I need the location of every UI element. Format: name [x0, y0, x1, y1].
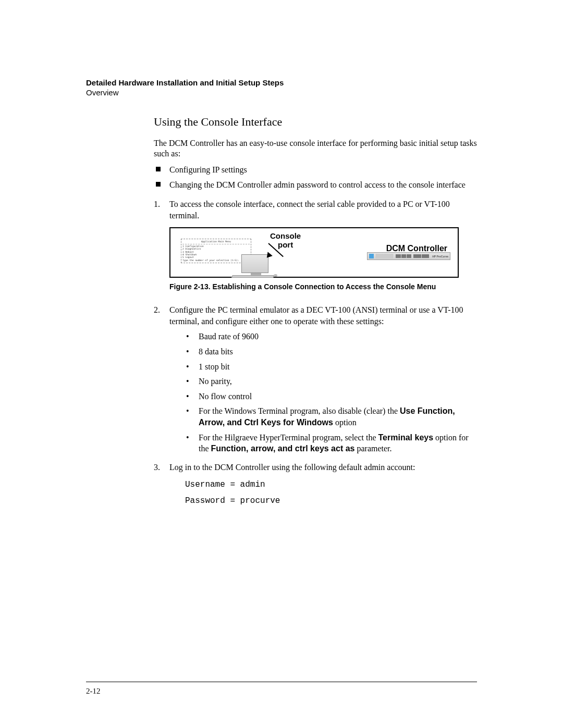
- list-item: For the Hilgraeve HyperTerminal program,…: [185, 432, 477, 454]
- bold-option: Terminal keys: [378, 433, 434, 442]
- content-area: Using the Console Interface The DCM Cont…: [154, 115, 477, 509]
- list-item: 8 data bits: [185, 346, 477, 357]
- page: Detailed Hardware Installation and Initi…: [0, 0, 563, 728]
- password-line: Password = procurve: [185, 493, 477, 509]
- text: For the Windows Terminal program, also d…: [199, 406, 400, 415]
- list-item: 1 stop bit: [185, 361, 477, 373]
- running-header-title: Detailed Hardware Installation and Initi…: [86, 78, 477, 87]
- brand-text: HP ProCurve: [432, 255, 448, 258]
- bold-option: Function, arrow, and ctrl keys act as: [211, 444, 355, 453]
- step-3: Log in to the DCM Controller using the f…: [154, 462, 477, 509]
- list-item: Configuring IP settings: [154, 164, 477, 176]
- mouse-icon: [274, 274, 277, 277]
- monitor-icon: [241, 254, 270, 278]
- list-item: Changing the DCM Controller admin passwo…: [154, 179, 477, 191]
- console-port-label: Console port: [270, 232, 301, 249]
- list-item: For the Windows Terminal program, also d…: [185, 405, 477, 428]
- steps-list: To access the console interface, connect…: [154, 199, 477, 509]
- credentials-block: Username = admin Password = procurve: [185, 477, 477, 509]
- step-1: To access the console interface, connect…: [154, 199, 477, 292]
- step-text: Log in to the DCM Controller using the f…: [169, 463, 415, 472]
- list-item: No parity,: [185, 376, 477, 387]
- list-item: No flow control: [185, 391, 477, 402]
- username-line: Username = admin: [185, 477, 477, 492]
- page-number: 2-12: [86, 687, 101, 696]
- controller-hardware-icon: HP ProCurve: [367, 252, 450, 260]
- footer-rule: [86, 682, 477, 682]
- intro-paragraph: The DCM Controller has an easy-to-use co…: [154, 138, 477, 159]
- step-2: Configure the PC terminal emulator as a …: [154, 304, 477, 454]
- text: For the Hilgraeve HyperTerminal program,…: [199, 433, 378, 442]
- text: parameter.: [354, 444, 391, 453]
- step-text: To access the console interface, connect…: [169, 200, 450, 220]
- menu-items: 1 Configuration 2 Diagnostics 3 Reboot 4…: [182, 245, 250, 259]
- step-text: Configure the PC terminal emulator as a …: [169, 305, 463, 326]
- feature-list: Configuring IP settings Changing the DCM…: [154, 164, 477, 190]
- settings-list: Baud rate of 9600 8 data bits 1 stop bit…: [185, 331, 477, 454]
- figure-box: Application Main Menu 1 Configuration 2 …: [169, 227, 459, 278]
- text: option: [333, 418, 357, 427]
- keyboard-icon: [231, 275, 274, 278]
- console-menu-screenshot: Application Main Menu 1 Configuration 2 …: [181, 239, 251, 263]
- running-header-sub: Overview: [86, 88, 477, 97]
- menu-title: Application Main Menu: [182, 240, 250, 244]
- list-item: Baud rate of 9600: [185, 331, 477, 342]
- menu-prompt: Type the number of your selection (1-5):: [182, 259, 250, 262]
- section-heading: Using the Console Interface: [154, 115, 477, 129]
- figure-caption: Figure 2-13. Establishing a Console Conn…: [169, 282, 477, 292]
